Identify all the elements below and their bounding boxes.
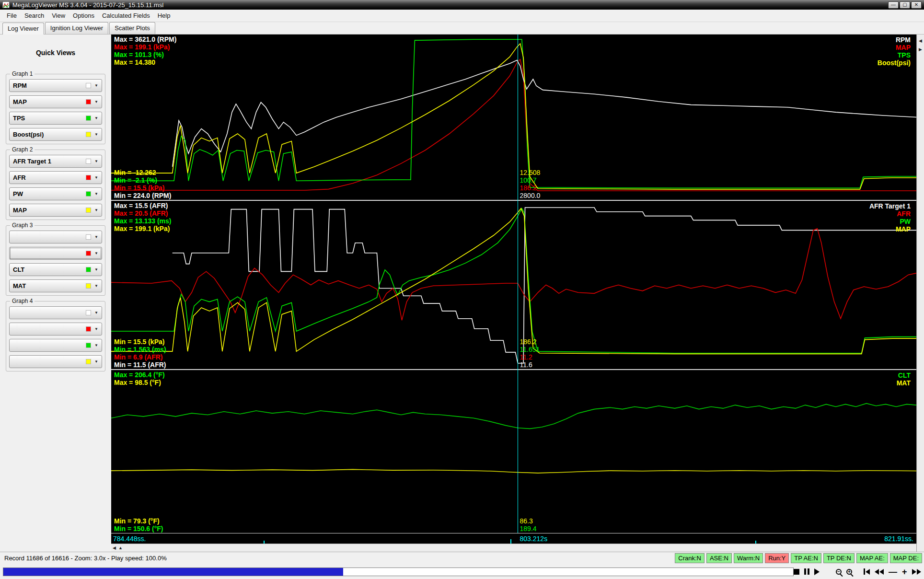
- graph2-field3-select[interactable]: PW ▼: [9, 187, 102, 200]
- chevron-down-icon[interactable]: ▼: [94, 311, 98, 315]
- cursor-value: 2800.0: [520, 192, 541, 199]
- skip-start-button[interactable]: [864, 568, 870, 575]
- graph3-field4-select[interactable]: MAT ▼: [9, 279, 102, 292]
- time-start-label: 784.448ss.: [113, 535, 146, 543]
- chevron-down-icon[interactable]: ▼: [94, 192, 98, 196]
- graph2-field4-select[interactable]: MAP ▼: [9, 204, 102, 217]
- chevron-down-icon[interactable]: ▼: [94, 175, 98, 180]
- chevron-down-icon[interactable]: ▼: [94, 100, 98, 104]
- tab-scatter-plots[interactable]: Scatter Plots: [109, 22, 155, 34]
- fast-forward-icon: [912, 569, 916, 575]
- graph1-field1-select[interactable]: RPM ▼: [9, 79, 102, 92]
- scroll-left-icon[interactable]: ◀: [919, 38, 922, 43]
- series-color-swatch: [86, 175, 91, 180]
- min-label: Min = -12.262: [114, 169, 171, 176]
- chevron-down-icon[interactable]: ▼: [94, 359, 98, 364]
- pause-button[interactable]: [804, 568, 809, 575]
- menu-search[interactable]: Search: [21, 10, 48, 21]
- series-color-swatch: [86, 283, 91, 289]
- menu-options[interactable]: Options: [69, 10, 98, 21]
- time-axis[interactable]: 784.448ss. 803.212s 821.91ss.: [111, 533, 916, 544]
- tab-ignition-log-viewer[interactable]: Ignition Log Viewer: [45, 22, 108, 34]
- chevron-down-icon[interactable]: ▼: [94, 208, 98, 212]
- CLT-trace: [111, 404, 916, 429]
- horizontal-scrollbar[interactable]: ◀ ▲: [111, 544, 916, 552]
- chevron-down-icon[interactable]: ▼: [94, 116, 98, 120]
- graph1-field4-select[interactable]: Boost(psi) ▼: [9, 128, 102, 141]
- graph4-field2-select[interactable]: ▼: [9, 323, 102, 336]
- time-tick: [755, 541, 756, 544]
- series-color-swatch: [86, 159, 91, 164]
- series-color-swatch: [86, 343, 91, 348]
- engine-state-indicators: Crank:N ASE:N Warm:N Run:Y TP AE:N TP DE…: [675, 553, 923, 563]
- title-bar: MegaLogViewer MS 3.4.04 - 2015-07-25_15.…: [0, 0, 924, 10]
- menu-bar: File Search View Options Calculated Fiel…: [0, 10, 924, 22]
- graph2-field1-select[interactable]: AFR Target 1 ▼: [9, 155, 102, 168]
- indicator-tp-de: TP DE:N: [823, 553, 855, 563]
- chevron-down-icon[interactable]: ▼: [94, 251, 98, 255]
- graph1-traces: [111, 35, 916, 200]
- graph3-field2-select[interactable]: ▼: [9, 247, 102, 260]
- zoom-out-icon: [836, 569, 842, 575]
- menu-help[interactable]: Help: [154, 10, 174, 21]
- rewind-button[interactable]: [875, 569, 884, 575]
- zoom-in-button[interactable]: [846, 569, 852, 575]
- chevron-down-icon[interactable]: ▼: [94, 159, 98, 163]
- tab-bar: Log Viewer Ignition Log Viewer Scatter P…: [0, 22, 924, 35]
- play-button[interactable]: [814, 568, 820, 575]
- indicator-map-de: MAP DE:: [890, 553, 922, 563]
- record-status-text: Record 11686 of 16616 - Zoom: 3.0x - Pla…: [1, 555, 167, 562]
- graph3-field3-select[interactable]: CLT ▼: [9, 263, 102, 276]
- graph4-field3-select[interactable]: ▼: [9, 339, 102, 352]
- legend-item: MAP: [869, 225, 911, 233]
- fast-forward-button[interactable]: [912, 569, 921, 575]
- graph1-pane[interactable]: Max = 3621.0 (RPM) Max = 199.1 (kPa) Max…: [111, 35, 916, 200]
- menu-calculated-fields[interactable]: Calculated Fields: [98, 10, 154, 21]
- graph4-field4-select[interactable]: ▼: [9, 355, 102, 368]
- graph1-field3-select[interactable]: TPS ▼: [9, 112, 102, 125]
- graph1-field2-select[interactable]: MAP ▼: [9, 95, 102, 108]
- tab-log-viewer[interactable]: Log Viewer: [2, 23, 44, 35]
- scroll-right-icon[interactable]: ▶: [919, 47, 922, 52]
- minimize-icon[interactable]: —: [888, 1, 899, 9]
- graph4-field1-select[interactable]: ▼: [9, 306, 102, 319]
- graph3-pane[interactable]: Max = 206.4 (°F) Max = 98.5 (°F) Min = 7…: [111, 369, 916, 533]
- chevron-down-icon[interactable]: ▼: [94, 327, 98, 331]
- cursor-value: 11.651: [520, 346, 540, 353]
- zoom-out-button[interactable]: [836, 569, 842, 575]
- cursor-value: 11.6: [520, 361, 540, 369]
- menu-file[interactable]: File: [3, 10, 21, 21]
- scroll-up-icon[interactable]: ▲: [118, 545, 123, 550]
- graph3-cursor-values: 86.3 189.4: [520, 517, 537, 533]
- scroll-left-icon[interactable]: ◀: [113, 545, 116, 550]
- graph1-min-labels: Min = -12.262 Min = -2.1 (%) Min = 15.5 …: [114, 169, 171, 199]
- legend-item: Boost(psi): [878, 59, 911, 67]
- graph2-field2-select[interactable]: AFR ▼: [9, 171, 102, 184]
- min-label: Min = 1.563 (ms): [114, 346, 166, 353]
- graph2-pane[interactable]: Max = 15.5 (AFR) Max = 20.5 (AFR) Max = …: [111, 200, 916, 369]
- vertical-scrollbar[interactable]: ◀ ▶: [916, 35, 924, 552]
- playback-progress-bar[interactable]: [3, 567, 794, 576]
- chevron-down-icon[interactable]: ▼: [94, 284, 98, 288]
- maximize-icon[interactable]: ▢: [900, 1, 910, 9]
- graph2-min-labels: Min = 15.5 (kPa) Min = 1.563 (ms) Min = …: [114, 338, 166, 369]
- time-tick: [264, 541, 265, 544]
- chevron-down-icon[interactable]: ▼: [94, 267, 98, 272]
- min-label: Min = 79.3 (°F): [114, 517, 163, 525]
- stop-button[interactable]: [794, 569, 799, 575]
- skip-start-icon: [866, 569, 870, 575]
- chevron-down-icon[interactable]: ▼: [94, 343, 98, 347]
- series-color-swatch: [86, 132, 91, 137]
- close-icon[interactable]: ✕: [911, 1, 922, 9]
- chevron-down-icon[interactable]: ▼: [94, 132, 98, 137]
- time-end-label: 821.91ss.: [884, 535, 913, 543]
- graph3-max-labels: Max = 206.4 (°F) Max = 98.5 (°F): [114, 371, 165, 386]
- chart-cursor-line[interactable]: [518, 35, 518, 533]
- menu-view[interactable]: View: [48, 10, 69, 21]
- zoom-decrease-button[interactable]: —: [889, 568, 897, 575]
- chevron-down-icon[interactable]: ▼: [94, 83, 98, 88]
- chevron-down-icon[interactable]: ▼: [94, 235, 98, 239]
- zoom-increase-button[interactable]: +: [902, 568, 907, 575]
- graph3-field1-select[interactable]: ▼: [9, 231, 102, 243]
- series-color-swatch: [86, 234, 91, 240]
